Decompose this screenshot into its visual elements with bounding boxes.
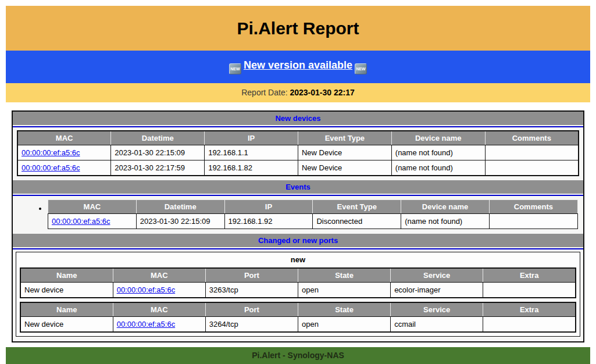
report-date-label: Report Date: bbox=[241, 88, 287, 97]
column-header-event-type: Event Type bbox=[298, 131, 391, 145]
mac-link[interactable]: 00:00:00:ef:a5:6c bbox=[52, 217, 110, 226]
mac-link[interactable]: 00:00:00:ef:a5:6c bbox=[117, 320, 175, 329]
table-header-row: MAC Datetime IP Event Type Device name C… bbox=[48, 200, 578, 214]
column-header-name: Name bbox=[20, 268, 113, 283]
column-header-mac: MAC bbox=[17, 131, 111, 145]
page-title: Pi.Alert Report bbox=[6, 18, 590, 39]
cell-device-name: (name not found) bbox=[391, 145, 485, 160]
cell-extra bbox=[483, 283, 576, 298]
table-row: New device 00:00:00:ef:a5:6c 3263/tcp op… bbox=[20, 283, 576, 298]
column-header-mac: MAC bbox=[48, 200, 137, 214]
column-header-ip: IP bbox=[224, 200, 313, 214]
column-header-device-name: Device name bbox=[391, 131, 485, 145]
report-date-band: Report Date: 2023-01-30 22:17 bbox=[6, 83, 590, 102]
new-badge-icon[interactable]: NEW bbox=[355, 63, 367, 74]
cell-mac: 00:00:00:ef:a5:6c bbox=[113, 317, 205, 333]
column-header-ip: IP bbox=[205, 131, 298, 145]
column-header-state: State bbox=[298, 268, 390, 283]
column-header-event-type: Event Type bbox=[313, 200, 401, 214]
column-header-name: Name bbox=[20, 302, 113, 317]
cell-comments bbox=[489, 214, 577, 229]
section-divider bbox=[13, 248, 583, 249]
cell-ip: 192.168.1.92 bbox=[224, 214, 313, 229]
cell-comments bbox=[485, 145, 579, 160]
footer-text: Pi.Alert - Synology-NAS bbox=[252, 351, 344, 360]
cell-extra bbox=[483, 317, 576, 333]
cell-event-type: New Device bbox=[298, 160, 391, 176]
cell-mac: 00:00:00:ef:a5:6c bbox=[48, 214, 137, 229]
version-banner-band: NEWNew version availableNEW bbox=[6, 51, 590, 83]
column-header-comments: Comments bbox=[489, 200, 577, 214]
cell-datetime: 2023-01-30 22:15:09 bbox=[111, 145, 205, 160]
mac-link[interactable]: 00:00:00:ef:a5:6c bbox=[22, 163, 80, 172]
column-header-datetime: Datetime bbox=[111, 131, 205, 145]
mac-link[interactable]: 00:00:00:ef:a5:6c bbox=[117, 286, 175, 294]
report-body: New devices MAC Datetime IP Event Type D… bbox=[12, 110, 584, 342]
cell-mac: 00:00:00:ef:a5:6c bbox=[17, 160, 111, 176]
events-list-item: MAC Datetime IP Event Type Device name C… bbox=[48, 199, 583, 229]
cell-service: ccmail bbox=[391, 317, 483, 333]
table-row: 00:00:00:ef:a5:6c 2023-01-30 22:15:09 19… bbox=[48, 214, 578, 229]
cell-port: 3264/tcp bbox=[205, 317, 298, 333]
section-divider bbox=[13, 126, 583, 127]
events-table: MAC Datetime IP Event Type Device name C… bbox=[48, 199, 578, 229]
cell-device-name: (name not found) bbox=[401, 214, 490, 229]
section-divider bbox=[13, 195, 583, 196]
column-header-mac: MAC bbox=[113, 268, 205, 283]
table-row: 00:00:00:ef:a5:6c 2023-01-30 22:17:59 19… bbox=[17, 160, 579, 176]
column-header-comments: Comments bbox=[485, 131, 579, 145]
column-header-device-name: Device name bbox=[401, 200, 490, 214]
cell-datetime: 2023-01-30 22:15:09 bbox=[136, 214, 224, 229]
cell-comments bbox=[485, 160, 579, 176]
table-header-row: Name MAC Port State Service Extra bbox=[20, 302, 576, 317]
column-header-datetime: Datetime bbox=[136, 200, 224, 214]
cell-ip: 192.168.1.1 bbox=[205, 145, 298, 160]
cell-event-type: Disconnected bbox=[313, 214, 401, 229]
section-header-ports: Changed or new ports bbox=[13, 234, 583, 247]
column-header-service: Service bbox=[391, 302, 483, 317]
cell-event-type: New Device bbox=[298, 145, 391, 160]
column-header-state: State bbox=[298, 302, 390, 317]
table-header-row: MAC Datetime IP Event Type Device name C… bbox=[17, 131, 579, 145]
section-header-events: Events bbox=[13, 180, 583, 194]
column-header-extra: Extra bbox=[483, 302, 576, 317]
ports-group-box: new Name MAC Port State Service Extra Ne… bbox=[16, 252, 580, 337]
cell-mac: 00:00:00:ef:a5:6c bbox=[113, 283, 205, 298]
cell-state: open bbox=[298, 317, 390, 333]
table-row: New device 00:00:00:ef:a5:6c 3264/tcp op… bbox=[20, 317, 576, 333]
report-header-band: Pi.Alert Report bbox=[6, 6, 590, 51]
table-row: 00:00:00:ef:a5:6c 2023-01-30 22:15:09 19… bbox=[17, 145, 579, 160]
ports-group-label: new bbox=[16, 252, 580, 267]
footer-bar: Pi.Alert - Synology-NAS bbox=[6, 347, 590, 364]
cell-service: ecolor-imager bbox=[391, 283, 483, 298]
cell-ip: 192.168.1.82 bbox=[205, 160, 298, 176]
new-version-link[interactable]: NEWNew version availableNEW bbox=[229, 59, 367, 71]
events-list: MAC Datetime IP Event Type Device name C… bbox=[13, 199, 583, 229]
cell-state: open bbox=[298, 283, 390, 298]
cell-mac: 00:00:00:ef:a5:6c bbox=[17, 145, 111, 160]
column-header-port: Port bbox=[205, 302, 298, 317]
section-header-new-devices: New devices bbox=[13, 112, 583, 125]
ports-table: Name MAC Port State Service Extra New de… bbox=[20, 267, 576, 298]
new-badge-icon[interactable]: NEW bbox=[229, 63, 241, 74]
cell-name: New device bbox=[20, 283, 113, 298]
report-date-value: 2023-01-30 22:17 bbox=[290, 88, 354, 97]
column-header-service: Service bbox=[391, 268, 483, 283]
new-devices-table: MAC Datetime IP Event Type Device name C… bbox=[17, 130, 579, 176]
column-header-port: Port bbox=[205, 268, 298, 283]
column-header-mac: MAC bbox=[113, 302, 205, 317]
column-header-extra: Extra bbox=[483, 268, 576, 283]
cell-datetime: 2023-01-30 22:17:59 bbox=[111, 160, 205, 176]
mac-link[interactable]: 00:00:00:ef:a5:6c bbox=[22, 148, 80, 157]
ports-table: Name MAC Port State Service Extra New de… bbox=[20, 302, 576, 333]
table-header-row: Name MAC Port State Service Extra bbox=[20, 268, 576, 283]
cell-device-name: (name not found) bbox=[391, 160, 485, 176]
cell-name: New device bbox=[20, 317, 113, 333]
cell-port: 3263/tcp bbox=[205, 283, 298, 298]
new-version-link-label[interactable]: New version available bbox=[244, 59, 352, 71]
